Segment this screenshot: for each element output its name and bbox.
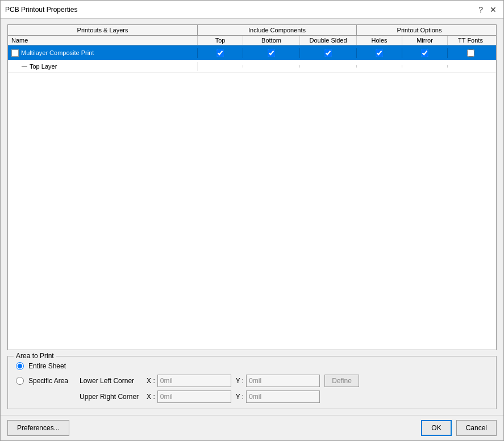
lower-left-y-label: Y : — [236, 377, 244, 385]
title-bar-controls: ? ✕ — [476, 5, 499, 14]
upper-right-x-group: X : — [147, 390, 231, 403]
dash-icon: — — [22, 63, 27, 69]
upper-right-x-label: X : — [147, 393, 155, 401]
row-mirror-cell — [402, 48, 448, 58]
help-button[interactable]: ? — [476, 5, 485, 14]
entire-sheet-label[interactable]: Entire Sheet — [28, 362, 66, 370]
bottom-checkbox[interactable] — [268, 49, 275, 57]
child-top — [198, 65, 243, 68]
col-header-name: Name — [8, 36, 198, 45]
specific-area-row: Specific Area Lower Left Corner X : Y : — [16, 375, 488, 403]
table-body: Multilayer Composite Print — [8, 45, 496, 216]
col-header-bottom: Bottom — [243, 36, 300, 45]
lower-left-x-input[interactable] — [157, 375, 231, 387]
child-bottom — [243, 65, 300, 68]
lower-left-y-input[interactable] — [246, 375, 320, 387]
dialog-footer: Preferences... OK Cancel — [1, 415, 503, 440]
child-holes — [357, 65, 402, 68]
double-sided-checkbox[interactable] — [324, 49, 332, 57]
specific-area-radio[interactable] — [16, 377, 24, 385]
upper-right-y-label: Y : — [236, 393, 244, 401]
area-legend: Area to Print — [14, 352, 56, 360]
define-button[interactable]: Define — [324, 375, 359, 387]
table-row[interactable]: Multilayer Composite Print — [8, 45, 496, 60]
group-printouts: Printouts & Layers — [8, 25, 198, 35]
dialog: PCB Printout Properties ? ✕ Printouts & … — [0, 0, 504, 441]
upper-right-label: Upper Right Corner — [80, 393, 142, 401]
ttfonts-checkbox-container — [448, 49, 493, 57]
row-top-cell — [198, 48, 243, 58]
dialog-content: Printouts & Layers Include Components Pr… — [1, 19, 503, 415]
lower-left-fields: Lower Left Corner X : Y : Define — [80, 375, 359, 387]
col-header-top: Top — [198, 36, 243, 45]
group-options: Printout Options — [357, 25, 482, 35]
footer-right: OK Cancel — [421, 420, 497, 436]
row-double-cell — [300, 48, 357, 58]
row-checkbox[interactable] — [11, 49, 19, 57]
entire-sheet-radio[interactable] — [16, 362, 24, 370]
child-ttfonts — [448, 65, 493, 68]
row-bottom-cell — [243, 48, 300, 58]
row-name-label: Multilayer Composite Print — [21, 49, 94, 56]
row-holes-cell — [357, 48, 402, 58]
top-checkbox-container — [198, 49, 243, 57]
mirror-checkbox[interactable] — [421, 49, 428, 57]
child-mirror — [402, 65, 448, 68]
table-group-headers: Printouts & Layers Include Components Pr… — [8, 25, 496, 36]
upper-right-fields: Upper Right Corner X : Y : — [80, 390, 359, 403]
mirror-checkbox-container — [402, 49, 447, 57]
lower-left-x-group: X : — [147, 375, 231, 387]
specific-area-label[interactable]: Specific Area — [28, 377, 68, 385]
row-ttfonts-cell — [448, 48, 493, 58]
title-bar: PCB Printout Properties ? ✕ — [1, 1, 503, 19]
lower-left-label: Lower Left Corner — [80, 377, 142, 385]
child-row-label: Top Layer — [30, 63, 57, 70]
col-header-double-sided: Double Sided — [300, 36, 357, 45]
top-checkbox[interactable] — [216, 49, 224, 57]
col-header-ttfonts: TT Fonts — [448, 36, 493, 45]
footer-left: Preferences... — [7, 420, 69, 436]
bottom-checkbox-container — [243, 49, 299, 57]
upper-right-y-input[interactable] — [246, 390, 320, 403]
col-header-mirror: Mirror — [402, 36, 448, 45]
child-double — [300, 65, 357, 68]
group-include: Include Components — [198, 25, 357, 35]
upper-right-x-input[interactable] — [157, 390, 231, 403]
ttfonts-checkbox[interactable] — [467, 49, 474, 57]
holes-checkbox[interactable] — [376, 49, 383, 57]
preferences-button[interactable]: Preferences... — [7, 420, 69, 436]
cancel-button[interactable]: Cancel — [456, 420, 497, 436]
table-subheader: Name Top Bottom Double Sided Holes Mirro… — [8, 36, 496, 45]
col-header-holes: Holes — [357, 36, 402, 45]
lower-left-x-label: X : — [147, 377, 155, 385]
holes-checkbox-container — [357, 49, 402, 57]
close-button[interactable]: ✕ — [488, 5, 499, 14]
child-row: — Top Layer — [8, 60, 496, 73]
dialog-title: PCB Printout Properties — [5, 6, 77, 14]
area-to-print-section: Area to Print Entire Sheet Specific Area… — [7, 356, 497, 409]
child-row-name: — Top Layer — [8, 62, 198, 71]
upper-right-y-group: Y : — [236, 390, 320, 403]
row-name-cell: Multilayer Composite Print — [8, 48, 198, 58]
entire-sheet-row: Entire Sheet — [16, 362, 488, 370]
printouts-table: Printouts & Layers Include Components Pr… — [7, 24, 497, 350]
ok-button[interactable]: OK — [421, 420, 451, 436]
double-checkbox-container — [300, 49, 356, 57]
lower-left-y-group: Y : — [236, 375, 320, 387]
